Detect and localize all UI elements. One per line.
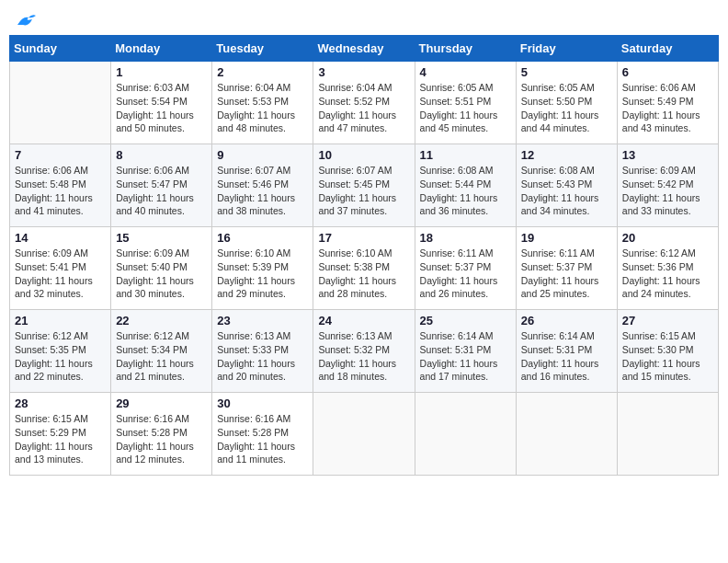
day-detail: Sunrise: 6:13 AMSunset: 5:32 PMDaylight:…: [318, 329, 409, 384]
day-detail: Sunrise: 6:09 AMSunset: 5:41 PMDaylight:…: [15, 247, 106, 301]
day-detail: Sunrise: 6:16 AMSunset: 5:28 PMDaylight:…: [217, 412, 308, 466]
calendar-table: SundayMondayTuesdayWednesdayThursdayFrid…: [9, 35, 719, 476]
calendar-cell: [415, 393, 516, 476]
calendar-cell: 27Sunrise: 6:15 AMSunset: 5:30 PMDayligh…: [617, 310, 718, 393]
weekday-header-saturday: Saturday: [617, 36, 718, 62]
day-number: 22: [116, 314, 207, 327]
calendar-cell: 24Sunrise: 6:13 AMSunset: 5:32 PMDayligh…: [313, 310, 415, 393]
day-detail: Sunrise: 6:07 AMSunset: 5:45 PMDaylight:…: [318, 164, 409, 218]
calendar-cell: 29Sunrise: 6:16 AMSunset: 5:28 PMDayligh…: [111, 393, 212, 476]
day-number: 16: [217, 231, 308, 245]
day-number: 4: [420, 65, 511, 79]
calendar-cell: 16Sunrise: 6:10 AMSunset: 5:39 PMDayligh…: [212, 227, 313, 310]
day-number: 19: [521, 231, 612, 245]
day-number: 6: [622, 65, 713, 79]
weekday-header-monday: Monday: [111, 36, 212, 62]
weekday-header-friday: Friday: [516, 36, 617, 62]
calendar-cell: [617, 393, 718, 476]
day-number: 1: [116, 65, 207, 79]
day-detail: Sunrise: 6:04 AMSunset: 5:53 PMDaylight:…: [217, 81, 308, 135]
day-detail: Sunrise: 6:15 AMSunset: 5:29 PMDaylight:…: [15, 412, 106, 466]
day-detail: Sunrise: 6:06 AMSunset: 5:47 PMDaylight:…: [116, 164, 207, 218]
calendar-cell: 18Sunrise: 6:11 AMSunset: 5:37 PMDayligh…: [415, 227, 516, 310]
calendar-week-row: 1Sunrise: 6:03 AMSunset: 5:54 PMDaylight…: [10, 62, 719, 144]
day-detail: Sunrise: 6:11 AMSunset: 5:37 PMDaylight:…: [420, 247, 511, 301]
calendar-cell: 14Sunrise: 6:09 AMSunset: 5:41 PMDayligh…: [10, 227, 111, 310]
day-number: 26: [521, 314, 612, 327]
calendar-cell: 21Sunrise: 6:12 AMSunset: 5:35 PMDayligh…: [10, 310, 111, 393]
day-detail: Sunrise: 6:06 AMSunset: 5:48 PMDaylight:…: [15, 164, 106, 218]
day-number: 7: [15, 148, 106, 162]
calendar-cell: 5Sunrise: 6:05 AMSunset: 5:50 PMDaylight…: [516, 62, 617, 144]
day-detail: Sunrise: 6:16 AMSunset: 5:28 PMDaylight:…: [116, 412, 207, 466]
calendar-week-row: 28Sunrise: 6:15 AMSunset: 5:29 PMDayligh…: [10, 393, 719, 476]
calendar-cell: 6Sunrise: 6:06 AMSunset: 5:49 PMDaylight…: [617, 62, 718, 144]
weekday-header-thursday: Thursday: [415, 36, 516, 62]
calendar-cell: 30Sunrise: 6:16 AMSunset: 5:28 PMDayligh…: [212, 393, 313, 476]
day-detail: Sunrise: 6:08 AMSunset: 5:44 PMDaylight:…: [420, 164, 511, 218]
calendar-week-row: 14Sunrise: 6:09 AMSunset: 5:41 PMDayligh…: [10, 227, 719, 310]
weekday-header-tuesday: Tuesday: [212, 36, 313, 62]
day-number: 24: [318, 314, 409, 327]
day-number: 9: [217, 148, 308, 162]
calendar-cell: 15Sunrise: 6:09 AMSunset: 5:40 PMDayligh…: [111, 227, 212, 310]
day-detail: Sunrise: 6:09 AMSunset: 5:40 PMDaylight:…: [116, 247, 207, 301]
calendar-cell: 11Sunrise: 6:08 AMSunset: 5:44 PMDayligh…: [415, 144, 516, 227]
logo: [14, 9, 36, 28]
day-number: 2: [217, 65, 308, 79]
calendar-cell: [10, 62, 111, 144]
day-number: 10: [318, 148, 409, 162]
day-detail: Sunrise: 6:03 AMSunset: 5:54 PMDaylight:…: [116, 81, 207, 135]
day-detail: Sunrise: 6:13 AMSunset: 5:33 PMDaylight:…: [217, 329, 308, 384]
calendar-cell: 28Sunrise: 6:15 AMSunset: 5:29 PMDayligh…: [10, 393, 111, 476]
calendar-cell: 7Sunrise: 6:06 AMSunset: 5:48 PMDaylight…: [10, 144, 111, 227]
day-detail: Sunrise: 6:12 AMSunset: 5:36 PMDaylight:…: [622, 247, 713, 301]
day-detail: Sunrise: 6:10 AMSunset: 5:39 PMDaylight:…: [217, 247, 308, 301]
page-header: [9, 9, 719, 28]
calendar-cell: 2Sunrise: 6:04 AMSunset: 5:53 PMDaylight…: [212, 62, 313, 144]
day-detail: Sunrise: 6:05 AMSunset: 5:51 PMDaylight:…: [420, 81, 511, 135]
day-number: 27: [622, 314, 713, 327]
day-detail: Sunrise: 6:10 AMSunset: 5:38 PMDaylight:…: [318, 247, 409, 301]
day-number: 3: [318, 65, 409, 79]
day-number: 12: [521, 148, 612, 162]
weekday-header-row: SundayMondayTuesdayWednesdayThursdayFrid…: [10, 36, 719, 62]
day-number: 17: [318, 231, 409, 245]
calendar-cell: 4Sunrise: 6:05 AMSunset: 5:51 PMDaylight…: [415, 62, 516, 144]
calendar-cell: 12Sunrise: 6:08 AMSunset: 5:43 PMDayligh…: [516, 144, 617, 227]
day-number: 14: [15, 231, 106, 245]
calendar-cell: 19Sunrise: 6:11 AMSunset: 5:37 PMDayligh…: [516, 227, 617, 310]
day-number: 5: [521, 65, 612, 79]
day-detail: Sunrise: 6:04 AMSunset: 5:52 PMDaylight:…: [318, 81, 409, 135]
day-number: 15: [116, 231, 207, 245]
weekday-header-sunday: Sunday: [10, 36, 111, 62]
logo-text: [14, 9, 36, 31]
day-detail: Sunrise: 6:05 AMSunset: 5:50 PMDaylight:…: [521, 81, 612, 135]
calendar-week-row: 21Sunrise: 6:12 AMSunset: 5:35 PMDayligh…: [10, 310, 719, 393]
day-number: 18: [420, 231, 511, 245]
day-detail: Sunrise: 6:11 AMSunset: 5:37 PMDaylight:…: [521, 247, 612, 301]
day-number: 28: [15, 396, 106, 410]
calendar-cell: 1Sunrise: 6:03 AMSunset: 5:54 PMDaylight…: [111, 62, 212, 144]
day-detail: Sunrise: 6:14 AMSunset: 5:31 PMDaylight:…: [521, 329, 612, 384]
day-detail: Sunrise: 6:12 AMSunset: 5:35 PMDaylight:…: [15, 329, 106, 384]
calendar-cell: 23Sunrise: 6:13 AMSunset: 5:33 PMDayligh…: [212, 310, 313, 393]
calendar-cell: 10Sunrise: 6:07 AMSunset: 5:45 PMDayligh…: [313, 144, 415, 227]
calendar-cell: 13Sunrise: 6:09 AMSunset: 5:42 PMDayligh…: [617, 144, 718, 227]
day-detail: Sunrise: 6:14 AMSunset: 5:31 PMDaylight:…: [420, 329, 511, 384]
day-detail: Sunrise: 6:15 AMSunset: 5:30 PMDaylight:…: [622, 329, 713, 384]
calendar-cell: 9Sunrise: 6:07 AMSunset: 5:46 PMDaylight…: [212, 144, 313, 227]
day-number: 30: [217, 396, 308, 410]
calendar-week-row: 7Sunrise: 6:06 AMSunset: 5:48 PMDaylight…: [10, 144, 719, 227]
day-detail: Sunrise: 6:06 AMSunset: 5:49 PMDaylight:…: [622, 81, 713, 135]
calendar-cell: 22Sunrise: 6:12 AMSunset: 5:34 PMDayligh…: [111, 310, 212, 393]
day-detail: Sunrise: 6:07 AMSunset: 5:46 PMDaylight:…: [217, 164, 308, 218]
day-number: 8: [116, 148, 207, 162]
calendar-cell: 17Sunrise: 6:10 AMSunset: 5:38 PMDayligh…: [313, 227, 415, 310]
day-detail: Sunrise: 6:08 AMSunset: 5:43 PMDaylight:…: [521, 164, 612, 218]
day-number: 23: [217, 314, 308, 327]
weekday-header-wednesday: Wednesday: [313, 36, 415, 62]
day-detail: Sunrise: 6:12 AMSunset: 5:34 PMDaylight:…: [116, 329, 207, 384]
day-number: 20: [622, 231, 713, 245]
day-number: 21: [15, 314, 106, 327]
